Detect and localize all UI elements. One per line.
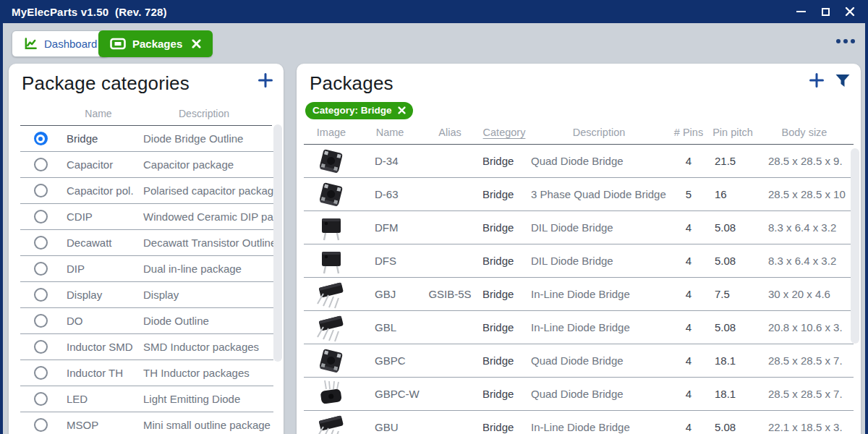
tab-close-button[interactable] — [192, 39, 201, 48]
package-name: DFS — [359, 255, 421, 267]
close-icon[interactable] — [398, 106, 406, 114]
package-alias: GSIB-5S — [421, 288, 479, 300]
package-name: DFM — [359, 221, 421, 234]
category-radio[interactable] — [34, 158, 48, 171]
category-row[interactable]: Decawatt Decawatt Transistor Outline — [20, 230, 273, 256]
package-list: D-34 Bridge Quad Diode Bridge 4 21.5 28.… — [297, 145, 861, 434]
category-row[interactable]: Bridge Diode Bridge Outline — [20, 126, 273, 152]
package-row[interactable]: GBPC-W Bridge Quad Diode Bridge 4 18.1 2… — [304, 378, 854, 411]
category-row[interactable]: DO Diode Outline — [20, 308, 273, 334]
add-icon — [809, 72, 825, 88]
category-name: MSOP — [61, 419, 136, 431]
filter-button[interactable] — [835, 73, 851, 88]
package-description: 3 Phase Quad Diode Bridge — [529, 188, 668, 200]
category-row[interactable]: Inductor SMD SMD Inductor packages — [20, 334, 273, 360]
package-bodysize: 8.3 x 6.4 x 3.2 — [757, 221, 854, 234]
category-radio[interactable] — [34, 210, 48, 224]
category-radio[interactable] — [34, 418, 48, 432]
category-name: Inductor SMD — [61, 341, 136, 353]
column-header-image[interactable]: Image — [304, 127, 359, 144]
package-pitch: 18.1 — [709, 354, 757, 367]
category-radio[interactable] — [34, 366, 48, 380]
column-header-category[interactable]: Category — [479, 127, 529, 144]
bridge-square-thumbnail — [315, 346, 348, 376]
maximize-button[interactable] — [813, 0, 838, 23]
package-category: Bridge — [479, 221, 529, 234]
tab-packages[interactable]: Packages — [98, 30, 213, 57]
category-name: Display — [61, 289, 136, 301]
package-row[interactable]: D-34 Bridge Quad Diode Bridge 4 21.5 28.… — [304, 145, 854, 178]
category-row[interactable]: DIP Dual in-line package — [20, 256, 273, 282]
category-radio[interactable] — [34, 262, 48, 276]
titlebar: MyElecParts v1.50 (Rev. 728) — [0, 0, 868, 23]
category-description: Diode Bridge Outline — [136, 132, 273, 145]
dot-icon — [836, 39, 841, 43]
close-button[interactable] — [838, 0, 862, 23]
category-description: Windowed Ceramic DIP package — [136, 210, 273, 223]
category-radio[interactable] — [34, 132, 48, 145]
category-radio[interactable] — [34, 314, 48, 328]
category-radio[interactable] — [34, 236, 48, 250]
dot-icon — [843, 39, 848, 43]
category-name: Capacitor — [61, 158, 136, 171]
right-scrollbar[interactable] — [851, 148, 859, 344]
column-header-pin-pitch[interactable]: Pin pitch — [709, 127, 757, 144]
package-name: GBU — [359, 421, 421, 433]
column-header-body-size[interactable]: Body size — [757, 127, 852, 144]
category-radio[interactable] — [34, 392, 48, 406]
column-header--pins[interactable]: # Pins — [668, 127, 709, 144]
package-pitch: 5.08 — [709, 421, 757, 433]
left-scrollbar[interactable] — [273, 124, 282, 362]
category-row[interactable]: MSOP Mini small outline package — [20, 412, 273, 434]
column-header-description[interactable]: Description — [529, 127, 668, 144]
category-radio[interactable] — [34, 288, 48, 302]
category-description: Polarised capacitor package — [136, 184, 273, 197]
filter-chip-category-bridge[interactable]: Category: Bridge — [305, 102, 413, 119]
category-list: Bridge Diode Bridge Outline Capacitor Ca… — [9, 126, 284, 434]
category-row[interactable]: Capacitor Capacitor package — [20, 152, 273, 178]
category-radio[interactable] — [34, 184, 48, 197]
maximize-icon — [822, 8, 830, 16]
window-frame-right — [865, 23, 868, 434]
category-description: Light Emitting Diode — [136, 393, 273, 405]
category-name: DO — [61, 315, 136, 327]
category-row[interactable]: LED Light Emitting Diode — [20, 386, 273, 412]
package-row[interactable]: D-63 Bridge 3 Phase Quad Diode Bridge 5 … — [304, 178, 854, 211]
package-row[interactable]: GBPC Bridge Quad Diode Bridge 4 18.1 28.… — [304, 344, 854, 378]
category-row[interactable]: Inductor TH TH Inductor packages — [20, 360, 273, 386]
category-row[interactable]: CDIP Windowed Ceramic DIP package — [20, 204, 273, 230]
package-bodysize: 28.5 x 28.5 x 10 — [757, 188, 854, 200]
package-icon — [110, 38, 126, 50]
package-pitch: 5.08 — [709, 255, 757, 267]
category-description: Decawatt Transistor Outline — [136, 237, 273, 249]
package-description: In-Line Diode Bridge — [529, 321, 668, 333]
package-row[interactable]: DFS Bridge DIL Diode Bridge 4 5.08 8.3 x… — [304, 244, 854, 278]
package-description: In-Line Diode Bridge — [529, 288, 668, 300]
package-image — [304, 246, 359, 276]
package-row[interactable]: GBL Bridge In-Line Diode Bridge 4 5.08 2… — [304, 311, 854, 344]
package-image — [304, 146, 359, 176]
package-row[interactable]: DFM Bridge DIL Diode Bridge 4 5.08 8.3 x… — [304, 211, 854, 244]
add-icon — [258, 72, 273, 88]
package-name: GBPC-W — [359, 388, 421, 400]
package-bodysize: 28.5 x 28.5 x 7. — [757, 388, 854, 400]
package-row[interactable]: GBU Bridge In-Line Diode Bridge 4 5.08 2… — [304, 411, 854, 434]
package-name: D-63 — [359, 188, 421, 200]
bridge-square-thumbnail — [315, 179, 348, 210]
package-category: Bridge — [479, 288, 529, 300]
package-name: GBL — [359, 321, 421, 333]
add-category-button[interactable] — [258, 72, 273, 88]
tab-dashboard[interactable]: Dashboard — [12, 30, 109, 57]
minimize-button[interactable] — [788, 0, 813, 23]
column-header-name[interactable]: Name — [359, 127, 421, 144]
category-radio[interactable] — [34, 340, 48, 354]
category-row[interactable]: Display Display — [20, 282, 273, 308]
add-package-button[interactable] — [809, 72, 825, 88]
overflow-menu-button[interactable] — [836, 39, 855, 43]
category-description: Diode Outline — [136, 315, 273, 327]
category-row[interactable]: Capacitor pol. Polarised capacitor packa… — [20, 178, 273, 204]
package-pitch: 18.1 — [709, 388, 757, 400]
package-pitch: 16 — [709, 188, 757, 200]
column-header-alias[interactable]: Alias — [421, 127, 479, 144]
package-row[interactable]: GBJ GSIB-5S Bridge In-Line Diode Bridge … — [304, 278, 854, 311]
